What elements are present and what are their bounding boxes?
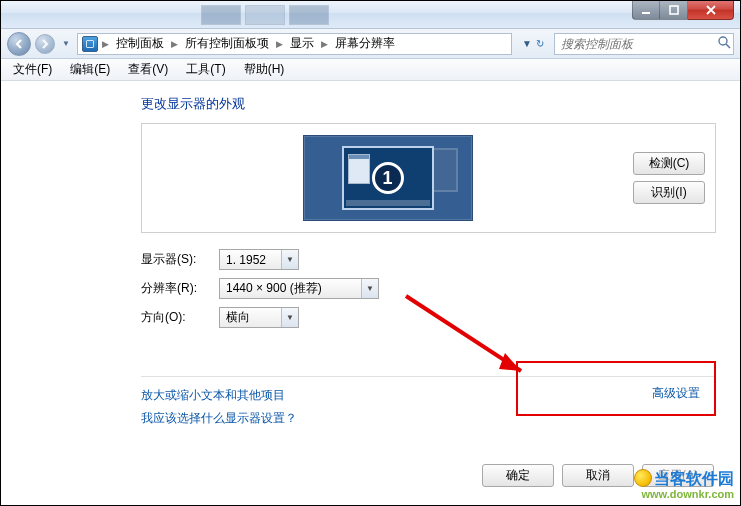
apply-button[interactable]: 应用(A)	[642, 464, 714, 487]
monitor-taskbar-icon	[346, 200, 430, 206]
chevron-right-icon: ▶	[169, 39, 180, 49]
resolution-label: 分辨率(R):	[141, 280, 205, 297]
window-close-button[interactable]	[688, 0, 734, 20]
menu-file[interactable]: 文件(F)	[5, 59, 60, 80]
ok-button[interactable]: 确定	[482, 464, 554, 487]
window-titlebar	[1, 1, 740, 29]
search-box[interactable]	[554, 33, 734, 55]
display-label: 显示器(S):	[141, 251, 205, 268]
titlebar-preview-strip	[201, 5, 329, 25]
window-minimize-button[interactable]	[632, 0, 660, 20]
separator	[141, 376, 716, 377]
resolution-select-value: 1440 × 900 (推荐)	[226, 280, 322, 297]
chevron-right-icon: ▶	[274, 39, 285, 49]
dialog-button-row: 确定 取消 应用(A)	[482, 464, 714, 487]
window-maximize-button[interactable]	[660, 0, 688, 20]
svg-rect-0	[642, 12, 650, 14]
breadcrumb-item[interactable]: 控制面板	[113, 35, 167, 52]
breadcrumb-path[interactable]: ▶ 控制面板 ▶ 所有控制面板项 ▶ 显示 ▶ 屏幕分辨率	[77, 33, 512, 55]
chevron-down-icon: ▼	[281, 250, 298, 269]
menu-edit[interactable]: 编辑(E)	[62, 59, 118, 80]
address-bar: ▼ ▶ 控制面板 ▶ 所有控制面板项 ▶ 显示 ▶ 屏幕分辨率 ▼ ↻	[1, 29, 740, 59]
chevron-down-icon: ▼	[281, 308, 298, 327]
advanced-settings-link[interactable]: 高级设置	[652, 385, 700, 402]
identify-button[interactable]: 识别(I)	[633, 181, 705, 204]
chevron-right-icon: ▶	[319, 39, 330, 49]
menu-bar: 文件(F) 编辑(E) 查看(V) 工具(T) 帮助(H)	[1, 59, 740, 81]
monitor-primary[interactable]: 1	[342, 146, 434, 210]
monitor-arrangement[interactable]: 1	[303, 135, 473, 221]
page-title: 更改显示器的外观	[141, 95, 716, 113]
svg-point-2	[719, 37, 727, 45]
display-select[interactable]: 1. 1952 ▼	[219, 249, 299, 270]
cancel-button[interactable]: 取消	[562, 464, 634, 487]
search-icon	[718, 36, 731, 52]
breadcrumb-item[interactable]: 所有控制面板项	[182, 35, 272, 52]
menu-view[interactable]: 查看(V)	[120, 59, 176, 80]
monitor-number-badge: 1	[372, 162, 404, 194]
breadcrumb-item[interactable]: 屏幕分辨率	[332, 35, 398, 52]
resolution-select[interactable]: 1440 × 900 (推荐) ▼	[219, 278, 379, 299]
text-size-link[interactable]: 放大或缩小文本和其他项目	[141, 387, 716, 404]
menu-help[interactable]: 帮助(H)	[236, 59, 293, 80]
path-dropdown-icon[interactable]: ▼	[522, 38, 532, 49]
detect-button[interactable]: 检测(C)	[633, 152, 705, 175]
which-display-link[interactable]: 我应该选择什么显示器设置？	[141, 410, 716, 427]
svg-rect-1	[670, 6, 678, 14]
refresh-icon[interactable]: ↻	[536, 38, 544, 49]
control-panel-icon	[82, 36, 98, 52]
nav-history-dropdown[interactable]: ▼	[59, 39, 73, 48]
svg-marker-5	[499, 353, 521, 371]
search-input[interactable]	[559, 36, 714, 52]
orientation-label: 方向(O):	[141, 309, 205, 326]
nav-back-button[interactable]	[7, 32, 31, 56]
content-pane: 更改显示器的外观 1 检测(C) 识别(I) 显示器(S): 1. 1952 ▼…	[1, 81, 740, 505]
display-select-value: 1. 1952	[226, 253, 266, 267]
display-preview-box: 1 检测(C) 识别(I)	[141, 123, 716, 233]
nav-forward-button[interactable]	[35, 34, 55, 54]
breadcrumb-item[interactable]: 显示	[287, 35, 317, 52]
chevron-right-icon: ▶	[100, 39, 111, 49]
orientation-select-value: 横向	[226, 309, 250, 326]
orientation-select[interactable]: 横向 ▼	[219, 307, 299, 328]
menu-tools[interactable]: 工具(T)	[178, 59, 233, 80]
svg-line-3	[726, 44, 730, 48]
monitor-sample-window-icon	[348, 154, 370, 184]
chevron-down-icon: ▼	[361, 279, 378, 298]
